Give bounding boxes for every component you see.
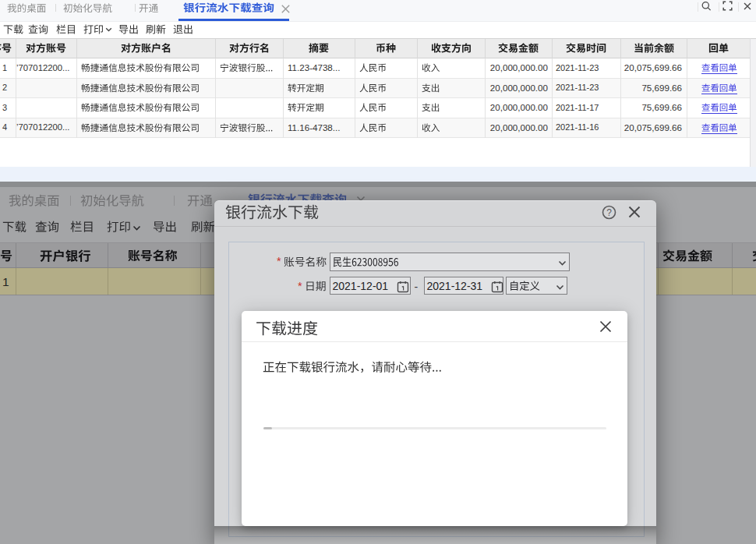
svg-text:?: ? bbox=[606, 207, 612, 217]
